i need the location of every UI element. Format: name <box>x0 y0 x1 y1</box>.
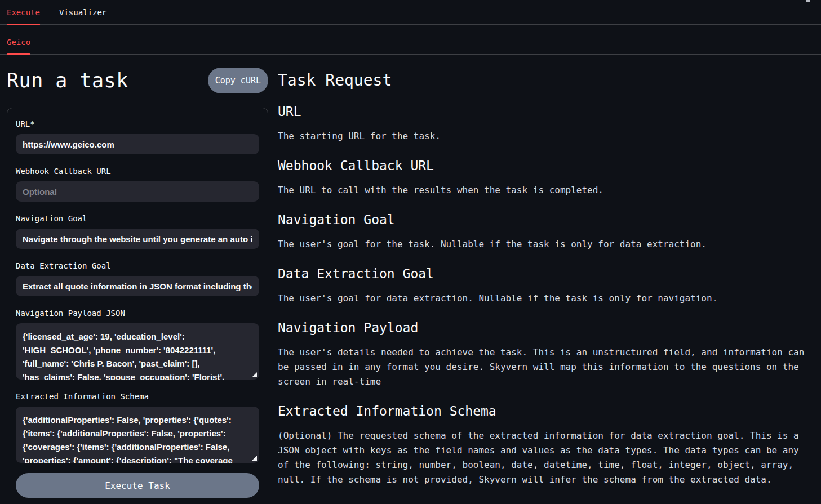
page-title: Run a task <box>7 69 128 92</box>
navigation-goal-input[interactable] <box>16 229 259 249</box>
main-content: Run a task Copy cURL URL* Webhook Callba… <box>0 55 821 504</box>
data-extraction-goal-label: Data Extraction Goal <box>16 261 259 270</box>
doc-heading-data-extraction-goal: Data Extraction Goal <box>278 266 810 281</box>
navigation-payload-label: Navigation Payload JSON <box>16 309 259 318</box>
doc-body-url: The starting URL for the task. <box>278 129 810 144</box>
data-extraction-goal-input[interactable] <box>16 276 259 296</box>
scrollbar-artifact <box>806 0 810 2</box>
tab-geico[interactable]: Geico <box>7 38 30 54</box>
navigation-payload-textarea[interactable]: {'licensed_at_age': 19, 'education_level… <box>16 323 259 380</box>
title-row: Run a task Copy cURL <box>7 65 268 96</box>
doc-heading-navigation-goal: Navigation Goal <box>278 212 810 227</box>
webhook-url-label: Webhook Callback URL <box>16 167 259 176</box>
tab-visualizer[interactable]: Visualizer <box>59 8 106 24</box>
execute-task-button[interactable]: Execute Task <box>16 473 259 498</box>
doc-heading-url: URL <box>278 104 810 119</box>
extracted-schema-label: Extracted Information Schema <box>16 392 259 401</box>
copy-curl-button[interactable]: Copy cURL <box>208 68 268 93</box>
run-task-panel: Run a task Copy cURL URL* Webhook Callba… <box>7 65 268 504</box>
extracted-schema-wrap: {'additionalProperties': False, 'propert… <box>16 407 259 463</box>
url-label: URL* <box>16 119 259 128</box>
docs-panel: Task Request URL The starting URL for th… <box>278 65 810 487</box>
docs-title: Task Request <box>278 72 810 90</box>
main-tabbar: Execute Visualizer <box>0 0 821 25</box>
doc-heading-navigation-payload: Navigation Payload <box>278 320 810 335</box>
webhook-url-input[interactable] <box>16 181 259 202</box>
tab-execute[interactable]: Execute <box>7 8 40 24</box>
doc-heading-extracted-schema: Extracted Information Schema <box>278 404 810 418</box>
doc-body-data-extraction-goal: The user's goal for data extraction. Nul… <box>278 291 810 306</box>
doc-body-extracted-schema: (Optional) The requested schema of the e… <box>278 429 810 487</box>
navigation-payload-wrap: {'licensed_at_age': 19, 'education_level… <box>16 323 259 380</box>
navigation-goal-label: Navigation Goal <box>16 214 259 223</box>
sub-tabbar: Geico <box>0 25 821 55</box>
doc-body-navigation-payload: The user's details needed to achieve the… <box>278 345 810 389</box>
doc-heading-webhook: Webhook Callback URL <box>278 158 810 173</box>
doc-body-navigation-goal: The user's goal for the task. Nullable i… <box>278 237 810 252</box>
extracted-schema-textarea[interactable]: {'additionalProperties': False, 'propert… <box>16 407 259 463</box>
doc-body-webhook: The URL to call with the results when th… <box>278 183 810 198</box>
task-form-card: URL* Webhook Callback URL Navigation Goa… <box>7 108 268 504</box>
url-input[interactable] <box>16 134 259 154</box>
